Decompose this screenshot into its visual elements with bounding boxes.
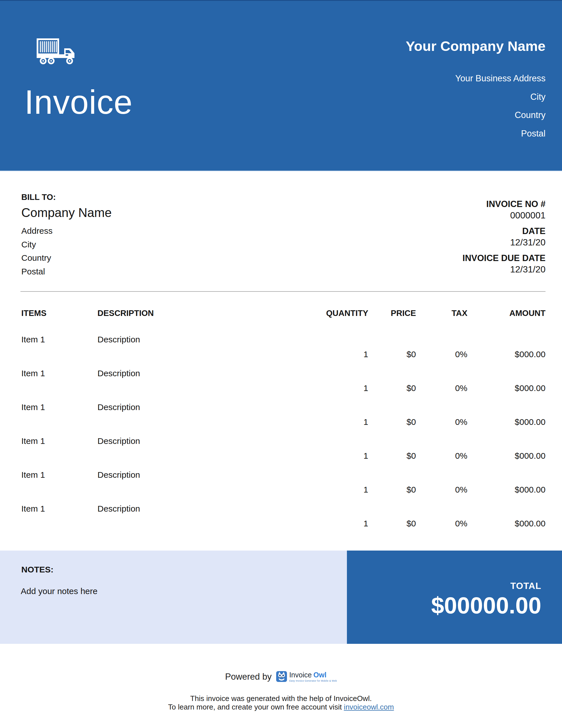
total-section: TOTAL $00000.00: [347, 551, 562, 644]
invoice-due-date-label: INVOICE DUE DATE: [462, 253, 546, 264]
invoice-due-date-value: 12/31/20: [462, 264, 546, 275]
invoice-due-date-group: INVOICE DUE DATE 12/31/20: [462, 253, 546, 275]
items-table-header: ITEMS DESCRIPTION QUANTITY PRICE TAX AMO…: [0, 309, 562, 319]
notes-text: Add your notes here: [21, 586, 98, 596]
bill-to-section: BILL TO: Company Name Address City Count…: [21, 192, 112, 278]
document-title: Invoice: [24, 85, 133, 119]
invoiceowl-link[interactable]: invoiceowl.com: [344, 703, 394, 711]
column-header-description: DESCRIPTION: [98, 309, 154, 318]
powered-by-row: Powered by Invoice Owl Easy Invoice Gene…: [0, 671, 562, 682]
row-description: Description: [98, 335, 140, 344]
company-block: Your Company Name Your Business Address …: [406, 38, 546, 143]
invoice-date-value: 12/31/20: [462, 237, 546, 248]
column-header-amount: AMOUNT: [509, 309, 546, 318]
table-row: Item 1 Description 1 $0 0% $000.00: [0, 470, 562, 504]
company-address-line: Your Business Address: [406, 69, 546, 88]
footnote-line1: This invoice was generated with the help…: [0, 694, 562, 703]
row-price: $0: [406, 519, 416, 528]
items-table-body: Item 1 Description 1 $0 0% $000.00 Item …: [0, 335, 562, 538]
invoice-number-group: INVOICE NO # 0000001: [462, 199, 546, 221]
company-postal-line: Postal: [406, 125, 546, 143]
bill-to-address: Address City Country Postal: [21, 224, 112, 278]
row-price: $0: [406, 349, 416, 359]
column-header-tax: TAX: [451, 309, 467, 318]
table-row: Item 1 Description 1 $0 0% $000.00: [0, 402, 562, 436]
total-amount: $00000.00: [431, 594, 541, 617]
column-header-price: PRICE: [391, 309, 416, 318]
row-price: $0: [406, 485, 416, 495]
owl-icon: [276, 671, 287, 682]
row-price: $0: [406, 451, 416, 461]
row-item-name: Item 1: [21, 504, 45, 514]
company-name: Your Company Name: [406, 38, 546, 54]
notes-section: NOTES: Add your notes here: [0, 551, 347, 644]
invoice-page: Invoice Your Company Name Your Business …: [0, 0, 562, 728]
invoice-number-value: 0000001: [462, 210, 546, 221]
bill-to-address-line: Address: [21, 224, 112, 238]
bill-to-city-line: City: [21, 238, 112, 251]
row-amount: $000.00: [515, 383, 546, 393]
row-quantity: 1: [363, 451, 368, 461]
total-label: TOTAL: [510, 581, 541, 591]
row-amount: $000.00: [515, 451, 546, 461]
company-city-line: City: [406, 88, 546, 106]
row-tax: 0%: [455, 519, 467, 528]
row-tax: 0%: [455, 349, 467, 359]
row-item-name: Item 1: [21, 369, 45, 378]
row-description: Description: [98, 402, 140, 412]
row-quantity: 1: [363, 417, 368, 427]
invoice-meta: INVOICE NO # 0000001 DATE 12/31/20 INVOI…: [462, 199, 546, 280]
row-amount: $000.00: [515, 485, 546, 495]
row-price: $0: [406, 417, 416, 427]
invoice-date-label: DATE: [462, 226, 546, 237]
table-row: Item 1 Description 1 $0 0% $000.00: [0, 436, 562, 470]
row-tax: 0%: [455, 383, 467, 393]
row-quantity: 1: [363, 519, 368, 528]
logo-text-invoice: Invoice: [289, 671, 312, 679]
row-description: Description: [98, 369, 140, 378]
footnote: This invoice was generated with the help…: [0, 694, 562, 711]
row-description: Description: [98, 436, 140, 446]
row-item-name: Item 1: [21, 335, 45, 344]
invoice-date-group: DATE 12/31/20: [462, 226, 546, 248]
row-item-name: Item 1: [21, 402, 45, 412]
section-divider: [20, 291, 546, 292]
header-top-edge: [0, 0, 562, 1]
table-row: Item 1 Description 1 $0 0% $000.00: [0, 504, 562, 538]
column-header-quantity: QUANTITY: [326, 309, 368, 318]
table-row: Item 1 Description 1 $0 0% $000.00: [0, 369, 562, 402]
row-item-name: Item 1: [21, 470, 45, 480]
row-tax: 0%: [455, 485, 467, 495]
invoiceowl-logo: Invoice Owl Easy Invoice Generator for M…: [276, 671, 337, 682]
row-price: $0: [406, 383, 416, 393]
row-quantity: 1: [363, 383, 368, 393]
row-description: Description: [98, 504, 140, 514]
logo-tagline: Easy Invoice Generator for Mobile & Web: [289, 679, 337, 682]
bill-to-postal-line: Postal: [21, 265, 112, 278]
bill-to-country-line: Country: [21, 251, 112, 265]
row-amount: $000.00: [515, 519, 546, 528]
logo-wordmark-block: Invoice Owl Easy Invoice Generator for M…: [289, 671, 337, 682]
notes-label: NOTES:: [21, 565, 53, 574]
bill-to-company: Company Name: [21, 205, 112, 220]
row-description: Description: [98, 470, 140, 480]
logo-wordmark: Invoice Owl: [289, 671, 337, 679]
footnote-line2: To learn more, and create your own free …: [0, 703, 562, 711]
row-quantity: 1: [363, 349, 368, 359]
row-tax: 0%: [455, 451, 467, 461]
invoice-number-label: INVOICE NO #: [462, 199, 546, 210]
row-quantity: 1: [363, 485, 368, 495]
row-tax: 0%: [455, 417, 467, 427]
table-row: Item 1 Description 1 $0 0% $000.00: [0, 335, 562, 369]
row-item-name: Item 1: [21, 436, 45, 446]
logo-text-owl: Owl: [313, 671, 326, 679]
powered-by-text: Powered by: [225, 672, 272, 682]
footnote-line2-text: To learn more, and create your own free …: [168, 703, 344, 711]
row-amount: $000.00: [515, 349, 546, 359]
company-country-line: Country: [406, 106, 546, 125]
truck-icon: [36, 38, 76, 65]
bill-to-label: BILL TO:: [21, 192, 112, 202]
column-header-items: ITEMS: [21, 309, 47, 318]
header-banner: Invoice Your Company Name Your Business …: [0, 0, 562, 171]
row-amount: $000.00: [515, 417, 546, 427]
